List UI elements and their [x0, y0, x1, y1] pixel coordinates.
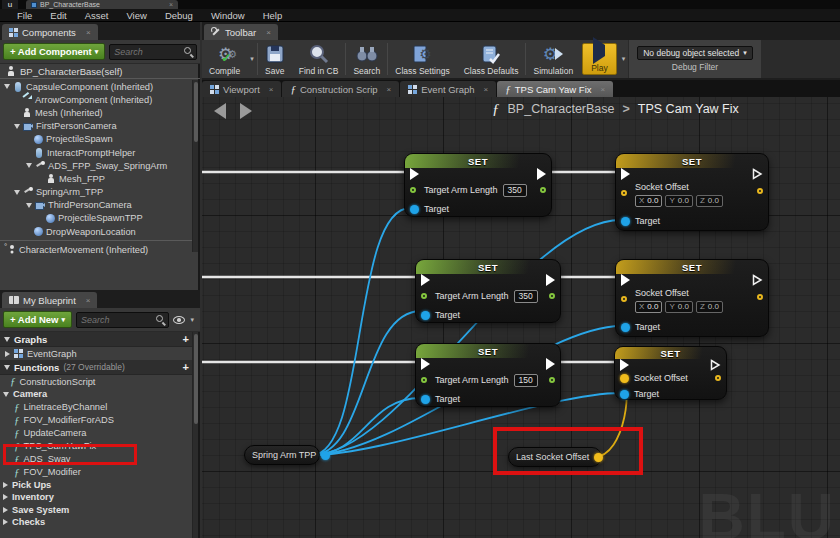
expander-icon[interactable]	[26, 203, 32, 208]
set-target-arm-length-node-2[interactable]: SET Target Arm Length350 Target	[415, 259, 561, 323]
category-pickups[interactable]: Pick Ups	[0, 479, 193, 492]
play-button[interactable]: Play	[582, 43, 617, 75]
category-inventory[interactable]: Inventory	[0, 491, 193, 504]
value-box[interactable]: 350	[514, 290, 538, 303]
menu-help[interactable]: Help	[254, 10, 292, 21]
menu-file[interactable]: File	[8, 10, 41, 21]
category-camera[interactable]: Camera	[0, 388, 193, 401]
exec-out-pin[interactable]	[546, 358, 555, 370]
components-scrollbar[interactable]	[192, 80, 198, 252]
tree-item-projectilespawn[interactable]: ProjectileSpawn	[0, 133, 193, 146]
tree-item-mesh[interactable]: Mesh (Inherited)	[0, 106, 193, 119]
tree-item-interactprompthelper[interactable]: InteractPromptHelper	[0, 146, 193, 159]
target-input-pin[interactable]	[410, 205, 419, 214]
tree-item-capsule[interactable]: CapsuleComponent (Inherited)	[0, 80, 193, 93]
tab-construction-script[interactable]: ƒConstruction Scrip×	[282, 81, 399, 97]
float-input-pin[interactable]	[421, 377, 427, 383]
tab-viewport[interactable]: Viewport×	[202, 81, 281, 97]
close-icon[interactable]: ×	[266, 28, 271, 37]
tree-item-projectilespawntpp[interactable]: ProjectileSpawnTPP	[0, 212, 193, 225]
tree-item-springarm-tpp[interactable]: SpringArm_TPP	[0, 186, 193, 199]
target-input-pin[interactable]	[421, 311, 430, 320]
vector-output-pin[interactable]	[715, 375, 721, 381]
expander-icon[interactable]	[3, 392, 9, 397]
forward-arrow-icon[interactable]	[240, 103, 252, 119]
tab-components[interactable]: Components ×	[2, 24, 98, 40]
expander-icon[interactable]	[4, 365, 10, 370]
tree-item-thirdpersoncamera[interactable]: ThirdPersonCamera	[0, 199, 193, 212]
vector-input-pin[interactable]	[621, 190, 627, 196]
tree-item-mesh-fpp[interactable]: Mesh_FPP	[0, 172, 193, 185]
set-target-arm-length-node-3[interactable]: SET Target Arm Length150 Target	[415, 343, 561, 407]
menu-asset[interactable]: Asset	[76, 10, 118, 21]
target-input-pin[interactable]	[621, 323, 630, 332]
close-icon[interactable]: ×	[169, 1, 173, 8]
item-fov-modifier[interactable]: ƒFOV_Modifier	[0, 466, 193, 479]
debug-object-dropdown[interactable]: No debug object selected ▾	[637, 46, 752, 60]
expander-icon[interactable]	[4, 337, 10, 342]
section-functions[interactable]: Functions(27 Overridable)+	[0, 360, 193, 375]
exec-in-pin[interactable]	[621, 274, 630, 286]
find-in-cb-button[interactable]: Find in CB	[292, 40, 346, 78]
target-input-pin[interactable]	[621, 217, 630, 226]
my-blueprint-scrollbar[interactable]	[192, 332, 198, 538]
exec-out-pin[interactable]	[546, 274, 555, 286]
category-savesystem[interactable]: Save System	[0, 504, 193, 517]
target-input-pin[interactable]	[421, 395, 430, 404]
menu-edit[interactable]: Edit	[41, 10, 75, 21]
exec-in-pin[interactable]	[621, 168, 630, 180]
add-graph-button[interactable]: +	[183, 333, 189, 345]
menu-window[interactable]: Window	[202, 10, 254, 21]
axis-y-field[interactable]: Y0.0	[665, 301, 692, 313]
axis-z-field[interactable]: Z0.0	[696, 195, 723, 207]
set-target-arm-length-node-1[interactable]: SET Target Arm Length350 Target	[404, 153, 552, 217]
expander-icon[interactable]	[3, 507, 8, 513]
set-socket-offset-node-3[interactable]: SET Socket Offset Target	[614, 346, 727, 400]
play-options-caret[interactable]: ▾	[619, 55, 629, 63]
compile-button[interactable]: ⚙⚙✓ Compile	[202, 40, 247, 78]
simulation-button[interactable]: ⚙ Simulation	[526, 40, 580, 78]
value-box[interactable]: 150	[514, 374, 538, 387]
expander-icon[interactable]	[14, 124, 20, 129]
close-icon[interactable]: ×	[601, 85, 606, 94]
expander-icon[interactable]	[26, 163, 32, 168]
expander-icon[interactable]	[4, 84, 10, 89]
back-arrow-icon[interactable]	[214, 103, 226, 119]
float-input-pin[interactable]	[410, 187, 416, 193]
close-icon[interactable]: ×	[387, 85, 392, 94]
float-output-pin[interactable]	[549, 377, 555, 383]
close-icon[interactable]: ×	[86, 28, 91, 37]
item-fov-modifierforads[interactable]: ƒFOV_ModifierForADS	[0, 414, 193, 427]
blueprint-graph-canvas[interactable]: ƒ BP_CharacterBase > TPS Cam Yaw Fix SET…	[202, 97, 840, 538]
float-output-pin[interactable]	[540, 187, 546, 193]
vector-input-pin[interactable]	[621, 296, 627, 302]
search-button[interactable]: Search	[346, 40, 387, 78]
set-socket-offset-node-1[interactable]: SET Socket Offset X0.0 Y0.0 Z0.0 Target	[615, 153, 769, 231]
close-icon[interactable]: ×	[269, 85, 274, 94]
axis-y-field[interactable]: Y0.0	[665, 195, 692, 207]
item-updatecamera[interactable]: ƒUpdateCamera	[0, 427, 193, 440]
add-function-button[interactable]: +	[183, 361, 189, 373]
expander-icon[interactable]	[3, 482, 8, 488]
spring-arm-tpp-variable-node[interactable]: Spring Arm TPP	[244, 445, 320, 465]
target-input-pin[interactable]	[620, 390, 629, 399]
asset-tab[interactable]: BP_CharacterBase ×	[26, 0, 178, 9]
section-graphs[interactable]: Graphs+	[0, 332, 193, 347]
object-output-pin[interactable]	[321, 451, 330, 460]
class-settings-button[interactable]: ⚙ Class Settings	[388, 40, 456, 78]
tab-toolbar[interactable]: Toolbar ×	[204, 24, 278, 40]
item-linetracebychannel[interactable]: ƒLinetraceByChannel	[0, 401, 193, 414]
tree-item-dropweaponlocation[interactable]: DropWeaponLocation	[0, 225, 193, 238]
expander-icon[interactable]	[3, 519, 8, 525]
tree-item-charactermovement[interactable]: CharacterMovement (Inherited)	[0, 243, 193, 256]
component-self-row[interactable]: BP_CharacterBase(self)	[0, 64, 200, 79]
tree-item-firstpersoncamera[interactable]: FirstPersonCamera	[0, 120, 193, 133]
visibility-filter-button[interactable]: ▾	[173, 316, 197, 324]
tab-my-blueprint[interactable]: My Blueprint ×	[2, 292, 97, 308]
tab-event-graph[interactable]: Event Graph×	[400, 81, 496, 97]
axis-x-field[interactable]: X0.0	[635, 301, 662, 313]
item-eventgraph[interactable]: EventGraph	[0, 347, 193, 360]
menu-view[interactable]: View	[117, 10, 155, 21]
save-button[interactable]: Save	[258, 40, 292, 78]
item-constructionscript[interactable]: ƒConstructionScript	[0, 375, 193, 388]
